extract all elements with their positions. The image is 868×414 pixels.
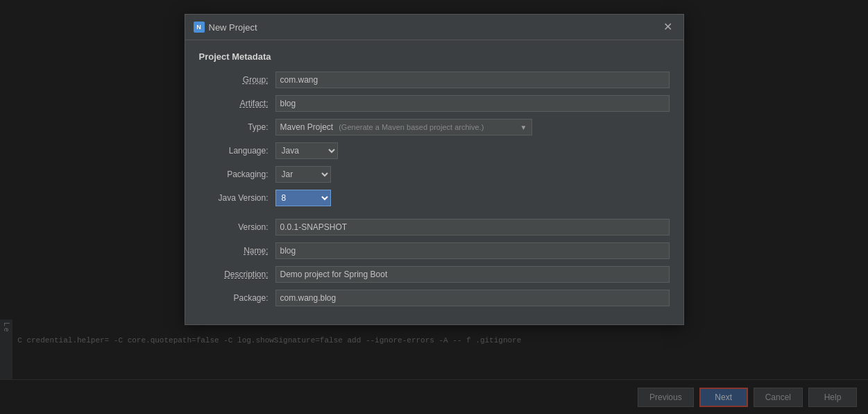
java-version-select[interactable]: 8 — [275, 190, 331, 206]
type-label: Type: — [199, 122, 275, 132]
package-row: Package: — [199, 290, 670, 306]
dialog-title-area: N New Project — [194, 22, 257, 33]
packaging-select[interactable]: Jar — [275, 166, 331, 183]
name-label: Name: — [199, 246, 275, 256]
java-version-label: Java Version: — [199, 193, 275, 203]
type-row: Type: Maven Project (Generate a Maven ba… — [199, 119, 670, 135]
spacer — [199, 213, 670, 219]
package-input[interactable] — [275, 290, 670, 306]
name-row: Name: — [199, 242, 670, 259]
package-label: Package: — [199, 293, 275, 303]
description-label: Description: — [199, 270, 275, 279]
version-label: Version: — [199, 222, 275, 232]
language-row: Language: Java — [199, 142, 670, 159]
type-description: (Generate a Maven based project archive.… — [339, 123, 484, 131]
new-project-dialog: N New Project ✕ Project Metadata Group: … — [185, 14, 684, 325]
type-value: Maven Project — [280, 122, 334, 132]
language-label: Language: — [199, 146, 275, 156]
java-version-row: Java Version: 8 — [199, 190, 670, 206]
section-title: Project Metadata — [199, 51, 670, 62]
description-input[interactable] — [275, 266, 670, 283]
description-row: Description: — [199, 266, 670, 283]
dialog-title-text: New Project — [209, 22, 257, 33]
dialog-body: Project Metadata Group: Artifact: Type: … — [185, 40, 683, 324]
artifact-label: Artifact: — [199, 99, 275, 108]
type-select[interactable]: Maven Project (Generate a Maven based pr… — [275, 119, 532, 135]
dialog-titlebar: N New Project ✕ — [185, 15, 683, 40]
name-input[interactable] — [275, 242, 670, 259]
group-input[interactable] — [275, 72, 670, 88]
dialog-icon: N — [194, 22, 205, 33]
group-label: Group: — [199, 75, 275, 85]
artifact-input[interactable] — [275, 95, 670, 112]
type-dropdown-arrow: ▼ — [520, 124, 527, 131]
version-row: Version: — [199, 219, 670, 235]
version-input[interactable] — [275, 219, 670, 235]
close-button[interactable]: ✕ — [661, 20, 675, 34]
packaging-row: Packaging: Jar — [199, 166, 670, 183]
language-select[interactable]: Java — [275, 142, 338, 159]
artifact-row: Artifact: — [199, 95, 670, 112]
packaging-label: Packaging: — [199, 169, 275, 179]
group-row: Group: — [199, 72, 670, 88]
